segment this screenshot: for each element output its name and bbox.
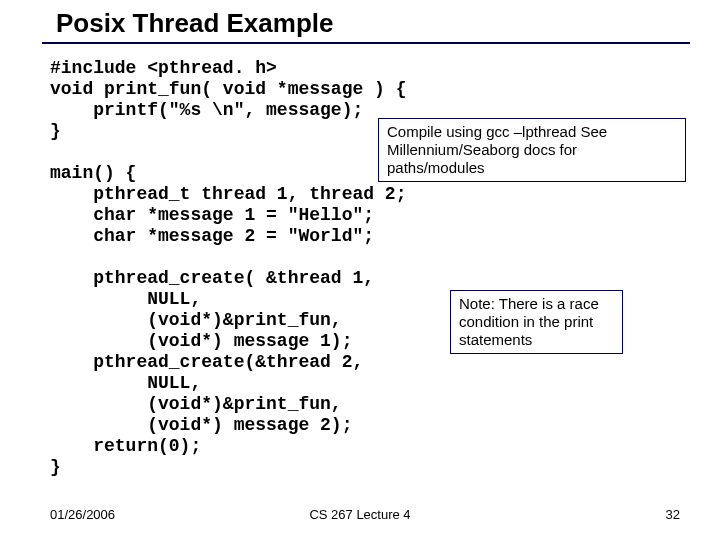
code-block: #include <pthread. h> void print_fun( vo… [50,58,406,478]
footer-lecture: CS 267 Lecture 4 [0,507,720,522]
compile-note: Compile using gcc –lpthread See Millenni… [378,118,686,182]
race-condition-note: Note: There is a race condition in the p… [450,290,623,354]
footer-page: 32 [666,507,680,522]
slide-title: Posix Thread Example [56,8,333,39]
title-underline [42,42,690,44]
